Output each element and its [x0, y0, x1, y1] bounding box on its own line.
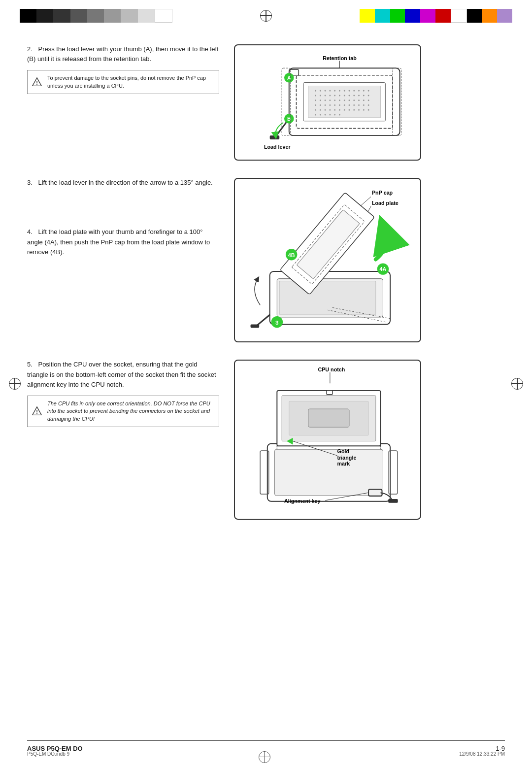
svg-point-68 [315, 114, 316, 116]
svg-point-24 [334, 95, 335, 96]
svg-point-37 [339, 100, 340, 101]
svg-text:Load plate: Load plate [372, 200, 399, 206]
main-content: 2. Press the load lever with your thumb … [27, 34, 505, 728]
step34-svg: PnP cap Load plate [241, 185, 414, 334]
svg-point-33 [320, 100, 321, 101]
svg-point-45 [320, 104, 321, 106]
svg-point-35 [329, 100, 331, 101]
svg-point-10 [325, 90, 326, 92]
svg-point-41 [358, 100, 360, 101]
svg-text:mark: mark [337, 461, 350, 467]
svg-point-58 [325, 109, 326, 111]
svg-point-21 [320, 95, 321, 96]
svg-point-51 [349, 104, 350, 106]
svg-point-25 [339, 95, 340, 96]
svg-point-50 [344, 104, 345, 106]
svg-point-43 [368, 100, 369, 101]
svg-point-73 [339, 114, 340, 116]
svg-point-32 [315, 100, 316, 101]
color-bar-top [20, 9, 512, 23]
svg-text:3: 3 [275, 319, 279, 326]
svg-text:PnP cap: PnP cap [372, 190, 393, 196]
svg-point-34 [325, 100, 326, 101]
svg-text:Load lever: Load lever [264, 144, 291, 150]
svg-point-65 [358, 109, 360, 111]
step5-text: 5. Position the CPU over the socket, ens… [27, 360, 234, 427]
svg-point-39 [349, 100, 350, 101]
svg-point-70 [325, 114, 326, 116]
step5-warning-box: ! The CPU fits in only one correct orien… [27, 396, 219, 427]
svg-point-53 [358, 104, 360, 106]
svg-point-31 [368, 95, 369, 96]
svg-point-49 [339, 104, 340, 106]
svg-point-38 [344, 100, 345, 101]
svg-point-42 [363, 100, 365, 101]
step5-warning-text: The CPU fits in only one correct orienta… [47, 400, 210, 422]
svg-text:Retention tab: Retention tab [323, 55, 357, 61]
step4-description: Lift the load plate with your thumb and … [27, 228, 210, 255]
svg-point-17 [358, 90, 360, 92]
svg-text:4B: 4B [288, 252, 295, 258]
svg-point-64 [353, 109, 355, 111]
footer: ASUS P5Q-EM DO 1-9 [27, 740, 505, 752]
svg-point-11 [329, 90, 331, 92]
step5-section: 5. Position the CPU over the socket, ens… [27, 360, 505, 519]
svg-text:CPU notch: CPU notch [318, 367, 345, 372]
svg-point-56 [315, 109, 316, 111]
svg-point-40 [353, 100, 355, 101]
svg-point-46 [325, 104, 326, 106]
step2-diagram: Retention tab [234, 44, 421, 161]
svg-point-13 [339, 90, 340, 92]
svg-text:!: ! [36, 79, 38, 85]
svg-point-63 [349, 109, 350, 111]
step2-warning-box: ! To prevent damage to the socket pins, … [27, 70, 219, 94]
svg-point-55 [368, 104, 369, 106]
svg-point-72 [334, 114, 335, 116]
svg-point-62 [344, 109, 345, 111]
svg-point-59 [329, 109, 331, 111]
svg-point-30 [363, 95, 365, 96]
right-reg-mark [511, 378, 523, 390]
svg-text:!: ! [36, 409, 38, 415]
step5-svg: CPU notch [241, 367, 414, 511]
step2-text: 2. Press the load lever with your thumb … [27, 44, 234, 94]
svg-point-16 [353, 90, 355, 92]
date-info: 12/9/08 12:33:22 PM [459, 751, 505, 763]
step3-description: Lift the load lever in the direction of … [38, 179, 212, 186]
left-reg-mark [9, 378, 21, 390]
svg-point-12 [334, 90, 335, 92]
svg-point-54 [363, 104, 365, 106]
svg-text:triangle: triangle [337, 455, 357, 461]
step3-number: 3. [27, 179, 33, 186]
svg-point-9 [320, 90, 321, 92]
step5-number: 5. [27, 361, 33, 368]
svg-rect-116 [327, 391, 332, 395]
svg-text:Alignment key: Alignment key [284, 498, 320, 504]
svg-point-36 [334, 100, 335, 101]
svg-rect-115 [308, 409, 349, 427]
svg-point-60 [334, 109, 335, 111]
step2-svg: Retention tab [241, 51, 414, 152]
svg-text:4A: 4A [380, 266, 387, 272]
svg-point-57 [320, 109, 321, 111]
svg-point-18 [363, 90, 365, 92]
step2-section: 2. Press the load lever with your thumb … [27, 44, 505, 161]
warning-icon: ! [32, 77, 42, 88]
svg-point-26 [344, 95, 345, 96]
svg-point-27 [349, 95, 350, 96]
svg-point-69 [320, 114, 321, 116]
svg-point-61 [339, 109, 340, 111]
step5-diagram: CPU notch [234, 360, 421, 519]
svg-point-66 [363, 109, 365, 111]
step2-number: 2. [27, 45, 33, 53]
step34-diagram: PnP cap Load plate [234, 178, 421, 342]
svg-point-22 [325, 95, 326, 96]
bottom-info: P5Q-EM DO.indb 9 12/9/08 12:33:22 PM [27, 751, 505, 763]
step2-warning-text: To prevent damage to the socket pins, do… [47, 75, 206, 88]
step34-text: 3. Lift the load lever in the direction … [27, 178, 234, 257]
svg-point-15 [349, 90, 350, 92]
svg-rect-125 [388, 499, 398, 503]
svg-point-52 [353, 104, 355, 106]
svg-point-48 [334, 104, 335, 106]
svg-point-67 [368, 109, 369, 111]
